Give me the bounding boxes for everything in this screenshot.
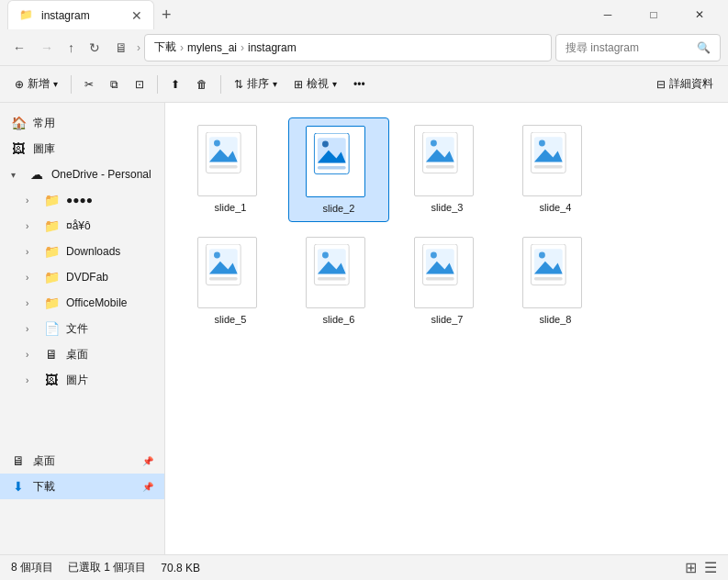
file-name-slide2: slide_2: [323, 203, 355, 214]
home-icon: 🏠: [11, 116, 26, 130]
window-controls: ─ □ ✕: [587, 0, 721, 29]
file-item-slide8[interactable]: slide_8: [505, 229, 606, 332]
sort-icon: ⇅: [234, 78, 243, 91]
forward-button[interactable]: →: [35, 37, 59, 59]
maximize-button[interactable]: □: [633, 0, 675, 29]
folder2-toggle: ›: [26, 221, 37, 231]
more-button[interactable]: •••: [346, 74, 373, 95]
sidebar-label-onedrive: OneDrive - Personal: [51, 168, 151, 181]
file-item-slide5[interactable]: slide_5: [180, 229, 281, 332]
paste-icon: ⊡: [135, 78, 144, 91]
sidebar-item-onedrive[interactable]: ▾ ☁ OneDrive - Personal: [0, 162, 164, 187]
sidebar-item-dvdfab[interactable]: › 📁 DVDFab: [0, 264, 164, 290]
downloads-toggle: ›: [26, 247, 37, 257]
slide4-image-icon: [528, 132, 572, 176]
sidebar-item-downloads[interactable]: › 📁 Downloads: [0, 239, 164, 264]
file-item-slide7[interactable]: slide_7: [397, 229, 498, 332]
slide8-image-icon: [528, 244, 572, 288]
sidebar-item-folder1[interactable]: › 📁 ●●●●: [0, 187, 164, 213]
toolbar-separator-2: [157, 75, 158, 94]
close-button[interactable]: ✕: [678, 0, 721, 29]
sort-button[interactable]: ⇅ 排序 ▾: [227, 72, 285, 95]
svg-rect-4: [209, 165, 238, 168]
tab-close-button[interactable]: ✕: [131, 8, 142, 23]
details-button[interactable]: ⊟ 詳細資料: [649, 72, 721, 95]
file-item-slide1[interactable]: slide_1: [180, 117, 281, 222]
breadcrumb: 下載 › mylens_ai › instagram: [144, 34, 552, 61]
folder2-icon: 📁: [44, 218, 59, 233]
toolbar: ⊕ 新增 ▾ ✂ ⧉ ⊡ ⬆ 🗑 ⇅ 排序 ▾ ⊞ 檢視 ▾ ••• ⊟ 詳細資…: [0, 66, 728, 103]
sidebar-item-folder2[interactable]: › 📁 ¤å¥ô: [0, 213, 164, 239]
photos-toggle: ›: [26, 375, 37, 385]
sidebar-label-common: 常用: [33, 116, 55, 131]
copy-button[interactable]: ⧉: [103, 74, 126, 95]
svg-point-27: [322, 252, 329, 259]
library-icon: 🖼: [11, 141, 26, 156]
desktop2-toggle: ›: [26, 350, 37, 360]
file-name-slide7: slide_7: [431, 314, 464, 325]
sidebar: 🏠 常用 🖼 圖庫 ▾ ☁ OneDrive - Personal › 📁 ●●…: [0, 103, 165, 554]
desktop2-icon: 🖥: [44, 347, 59, 362]
svg-point-7: [322, 141, 329, 148]
breadcrumb-instagram[interactable]: instagram: [248, 41, 297, 54]
search-icon: 🔍: [697, 41, 711, 54]
folder1-toggle: ›: [26, 195, 37, 206]
sidebar-item-docs[interactable]: › 📄 文件: [0, 316, 164, 341]
slide6-image-icon: [311, 244, 355, 288]
svg-point-22: [214, 252, 220, 259]
new-icon: ⊕: [15, 78, 24, 91]
cut-button[interactable]: ✂: [77, 74, 101, 95]
file-item-slide3[interactable]: slide_3: [397, 117, 498, 222]
refresh-button[interactable]: ↻: [84, 37, 106, 59]
sidebar-item-library[interactable]: 🖼 圖庫: [0, 136, 164, 162]
navigation-bar: ← → ↑ ↻ 🖥 › 下載 › mylens_ai › instagram 🔍: [0, 29, 728, 66]
paste-button[interactable]: ⊡: [128, 74, 151, 95]
this-pc-button[interactable]: 🖥: [109, 37, 133, 59]
breadcrumb-mylens[interactable]: mylens_ai: [187, 41, 237, 54]
details-label: 詳細資料: [669, 76, 713, 92]
file-item-slide4[interactable]: slide_4: [505, 117, 606, 222]
file-grid: slide_1 slide_2: [180, 117, 713, 332]
minimize-button[interactable]: ─: [587, 0, 629, 29]
view-button[interactable]: ⊞ 檢視 ▾: [286, 72, 344, 95]
search-box: 🔍: [555, 34, 721, 61]
status-grid-view-button[interactable]: ⊞: [685, 559, 697, 576]
sidebar-item-downloads-qa[interactable]: ⬇ 下載 📌: [0, 474, 164, 499]
file-name-slide1: slide_1: [215, 202, 247, 213]
main-area: 🏠 常用 🖼 圖庫 ▾ ☁ OneDrive - Personal › 📁 ●●…: [0, 103, 728, 554]
status-list-view-button[interactable]: ☰: [704, 559, 717, 576]
sidebar-item-desktop2[interactable]: › 🖥 桌面: [0, 341, 164, 367]
svg-rect-34: [426, 277, 454, 280]
share-icon: ⬆: [171, 78, 180, 91]
svg-rect-29: [318, 277, 346, 280]
folder1-icon: 📁: [44, 193, 59, 207]
downloads-pin-icon: 📌: [142, 482, 153, 492]
back-button[interactable]: ←: [7, 37, 31, 59]
svg-rect-39: [534, 277, 563, 280]
sidebar-item-officemobile[interactable]: › 📁 OfficeMobile: [0, 290, 164, 316]
docs-icon: 📄: [44, 321, 59, 336]
status-item-count: 8 個項目: [11, 560, 53, 575]
file-item-slide2[interactable]: slide_2: [288, 117, 389, 222]
new-tab-button[interactable]: +: [154, 0, 179, 30]
sidebar-item-common[interactable]: 🏠 常用: [0, 110, 164, 136]
search-input[interactable]: [566, 41, 691, 54]
slide5-image-icon: [203, 244, 247, 288]
active-tab[interactable]: 📁 instagram ✕: [7, 0, 154, 29]
slide2-image-icon: [311, 133, 355, 177]
title-bar: 📁 instagram ✕ + ─ □ ✕: [0, 0, 728, 29]
file-thumbnail-slide1: [197, 125, 263, 198]
breadcrumb-downloads[interactable]: 下載: [154, 39, 176, 55]
new-button[interactable]: ⊕ 新增 ▾: [7, 72, 65, 95]
status-view-controls: ⊞ ☰: [685, 559, 717, 576]
sidebar-label-dvdfab: DVDFab: [66, 271, 108, 284]
file-thumbnail-slide8: [522, 237, 588, 310]
more-label: •••: [353, 78, 365, 91]
delete-button[interactable]: 🗑: [189, 74, 215, 95]
svg-rect-14: [426, 165, 454, 168]
file-item-slide6[interactable]: slide_6: [288, 229, 389, 332]
up-button[interactable]: ↑: [62, 37, 80, 59]
sidebar-item-photos[interactable]: › 🖼 圖片: [0, 367, 164, 393]
share-button[interactable]: ⬆: [163, 74, 187, 95]
sidebar-item-desktop-qa[interactable]: 🖥 桌面 📌: [0, 448, 164, 474]
